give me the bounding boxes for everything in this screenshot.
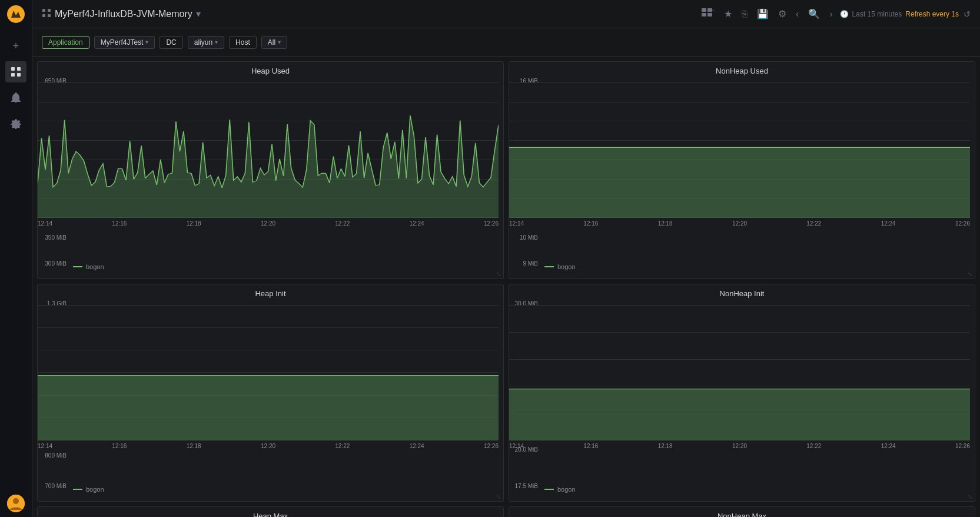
- panel-nonheap-max: NonHeap Max 180 MiB160 MiB140 MiB120 MiB…: [509, 506, 975, 517]
- app-filter-dropdown[interactable]: MyPerf4JTest ▾: [94, 36, 155, 49]
- avatar[interactable]: [7, 495, 25, 512]
- svg-point-0: [7, 5, 25, 23]
- svg-rect-14: [707, 13, 712, 16]
- chevron-down-icon: ▾: [145, 39, 148, 45]
- svg-rect-3: [11, 73, 15, 77]
- panel-body: 1.3 GiB1.2 GiB1.1 GiB1000 MiB900 MiB800 …: [38, 300, 503, 501]
- legend-line-icon: [73, 266, 82, 267]
- title-chevron-icon: ▾: [196, 8, 201, 19]
- zoom-btn[interactable]: 🔍: [806, 6, 822, 22]
- dashboard-title: MyPerf4J-InfluxDB-JVM-Memory: [55, 9, 192, 19]
- svg-rect-2: [17, 67, 21, 71]
- chart-area: [38, 82, 499, 218]
- nav-right-btn[interactable]: ›: [827, 6, 835, 22]
- chevron-down-icon-3: ▾: [278, 39, 281, 45]
- legend-line-icon: [73, 489, 82, 490]
- svg-point-6: [13, 498, 19, 504]
- save-btn[interactable]: 💾: [755, 6, 771, 22]
- add-panel-btn[interactable]: +: [699, 6, 717, 22]
- panel-body: 16 MiB15 MiB14 MiB13 MiB12 MiB11 MiB10 M…: [509, 78, 975, 279]
- sidebar-item-plus[interactable]: +: [5, 35, 26, 57]
- panel-resize-handle[interactable]: ⤡: [968, 271, 972, 277]
- panel-nonheap-init: NonHeap Init 30.0 MiB27.5 MiB25.0 MiB22.…: [509, 284, 975, 502]
- grid-icon: [42, 8, 51, 20]
- svg-rect-1: [11, 67, 15, 71]
- legend-label: bogon: [557, 263, 576, 270]
- panel-title: Heap Max: [38, 507, 503, 517]
- svg-rect-10: [48, 14, 51, 17]
- chevron-down-icon-2: ▾: [215, 39, 218, 45]
- panel-body: 650 MiB600 MiB550 MiB500 MiB450 MiB400 M…: [38, 78, 503, 279]
- settings-btn[interactable]: ⚙: [776, 6, 789, 22]
- host-filter-btn[interactable]: Host: [229, 36, 257, 49]
- legend-label: bogon: [86, 263, 104, 270]
- panel-title: NonHeap Init: [509, 284, 975, 300]
- dc-filter-dropdown[interactable]: aliyun ▾: [188, 36, 224, 49]
- topbar-actions: + ★ ⎘ 💾 ⚙ ‹ 🔍 › 🕐 Last 15 minutes Refres…: [699, 6, 971, 22]
- share-btn[interactable]: ⎘: [739, 6, 750, 22]
- svg-rect-19: [38, 376, 499, 440]
- svg-rect-17: [509, 147, 970, 218]
- filterbar: Application MyPerf4JTest ▾ DC aliyun ▾ H…: [32, 28, 980, 57]
- x-axis: 12:1412:1612:1812:2012:2212:2412:26: [38, 440, 499, 452]
- panel-heap-init: Heap Init 1.3 GiB1.2 GiB1.1 GiB1000 MiB9…: [37, 284, 504, 502]
- app-logo[interactable]: [6, 5, 25, 24]
- svg-rect-13: [702, 13, 706, 16]
- legend-label: bogon: [86, 486, 104, 493]
- svg-rect-8: [48, 9, 51, 12]
- sidebar: +: [0, 0, 32, 517]
- legend: bogon: [509, 261, 970, 274]
- time-range-label: Last 15 minutes: [852, 10, 902, 18]
- legend-label: bogon: [557, 486, 576, 493]
- star-btn[interactable]: ★: [722, 6, 735, 22]
- panel-title: NonHeap Max: [509, 507, 975, 517]
- main-content: MyPerf4J-InfluxDB-JVM-Memory ▾ + ★ ⎘ 💾 ⚙…: [32, 0, 980, 517]
- panel-body: 30.0 MiB27.5 MiB25.0 MiB22.5 MiB20.0 MiB…: [509, 300, 975, 501]
- panel-resize-handle[interactable]: ⤡: [968, 493, 972, 500]
- topbar: MyPerf4J-InfluxDB-JVM-Memory ▾ + ★ ⎘ 💾 ⚙…: [32, 0, 980, 28]
- sidebar-bottom: [7, 495, 25, 512]
- sidebar-item-bell[interactable]: [5, 87, 26, 108]
- time-range-info: 🕐 Last 15 minutes Refresh every 1s: [840, 10, 959, 18]
- legend: bogon: [38, 483, 499, 496]
- svg-marker-16: [38, 115, 499, 218]
- panel-resize-handle[interactable]: ⤡: [496, 271, 501, 277]
- clock-icon: 🕐: [840, 10, 849, 18]
- svg-text:+: +: [712, 8, 715, 13]
- application-filter-label[interactable]: Application: [42, 36, 89, 49]
- x-axis: 12:1412:1612:1812:2012:2212:2412:26: [509, 440, 970, 452]
- svg-rect-11: [702, 8, 706, 12]
- svg-rect-21: [509, 389, 970, 440]
- sidebar-item-apps[interactable]: [5, 61, 26, 82]
- panel-title: NonHeap Used: [509, 62, 975, 78]
- svg-rect-9: [42, 14, 45, 17]
- nav-left-btn[interactable]: ‹: [793, 6, 801, 22]
- chart-area: [38, 305, 499, 440]
- legend-line-icon: [544, 266, 554, 267]
- legend: bogon: [509, 483, 970, 496]
- chart-area: [509, 82, 970, 218]
- x-axis: 12:1412:1612:1812:2012:2212:2412:26: [509, 218, 970, 230]
- panel-resize-handle[interactable]: ⤡: [496, 493, 501, 500]
- refresh-btn[interactable]: ↺: [964, 9, 971, 19]
- panel-nonheap-used: NonHeap Used 16 MiB15 MiB14 MiB13 MiB12 …: [509, 61, 975, 279]
- sidebar-item-gear[interactable]: [5, 113, 26, 134]
- dc-filter-btn[interactable]: DC: [160, 36, 182, 49]
- legend-line-icon: [544, 489, 554, 490]
- svg-rect-7: [42, 9, 45, 12]
- dashboard-grid: Heap Used 650 MiB600 MiB550 MiB500 MiB45…: [32, 57, 980, 517]
- legend: bogon: [38, 261, 499, 274]
- panel-title: Heap Used: [38, 62, 503, 78]
- x-axis: 12:1412:1612:1812:2012:2212:2412:26: [38, 218, 499, 230]
- refresh-label: Refresh every 1s: [905, 10, 959, 18]
- panel-title: Heap Init: [38, 284, 503, 300]
- svg-rect-4: [17, 73, 21, 77]
- topbar-title: MyPerf4J-InfluxDB-JVM-Memory ▾: [42, 8, 699, 20]
- panel-heap-max: Heap Max 1.3 GiB1.2 GiB1.1 GiB1000 MiB90…: [37, 506, 504, 517]
- panel-heap-used: Heap Used 650 MiB600 MiB550 MiB500 MiB45…: [37, 61, 504, 279]
- host-filter-dropdown[interactable]: All ▾: [261, 36, 287, 49]
- chart-area: [509, 305, 970, 440]
